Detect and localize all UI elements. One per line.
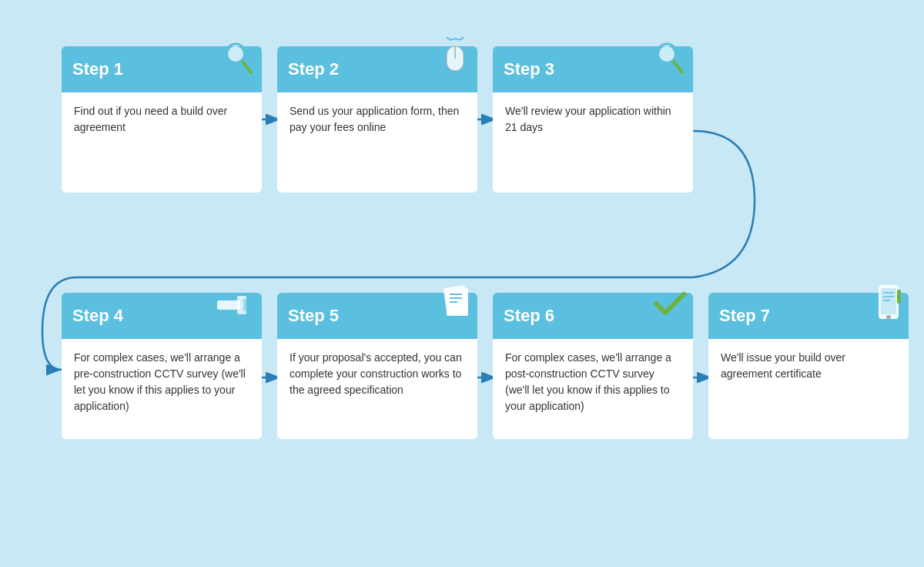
step5-title: Step 5 [288,306,339,326]
step5-desc: If your proposal's accepted, you can com… [290,350,465,398]
step2-title: Step 2 [288,59,339,79]
step4-title: Step 4 [72,306,123,326]
svg-rect-19 [243,299,254,305]
svg-point-14 [659,46,675,62]
step1-header: Step 1 [62,46,262,92]
step7-block: Step 7 We'll [708,293,909,439]
step5-icon [440,282,471,325]
step6-header: Step 6 [493,293,693,339]
step7-title: Step 7 [719,306,770,326]
step3-body: We'll review your application within 21 … [493,92,693,193]
step4-header: Step 4 [62,293,262,339]
row2: Step 4 For complex cases, we'll arrange … [62,293,924,439]
step2-body: Send us your application form, then pay … [277,92,477,193]
step5-block: Step 5 If your proposal's accepted, you … [277,293,477,439]
step4-desc: For complex cases, we'll arrange a pre-c… [74,350,249,414]
step7-icon [875,284,902,328]
diagram: Step 1 Find out if you need a build over… [0,0,924,567]
step3-desc: We'll review your application within 21 … [505,103,681,136]
step1-body: Find out if you need a build over agreem… [62,92,262,193]
step2-desc: Send us your application form, then pay … [290,103,465,136]
svg-point-28 [886,315,891,320]
step6-desc: For complex cases, we'll arrange a post-… [505,350,681,414]
row1: Step 1 Find out if you need a build over… [62,46,708,193]
step6-block: Step 6 For complex cases, we'll arrange … [493,293,693,439]
step1-icon [222,40,254,80]
step6-body: For complex cases, we'll arrange a post-… [493,339,693,439]
svg-rect-27 [881,288,896,314]
step3-header: Step 3 [493,46,693,92]
step1-title: Step 1 [72,59,123,79]
step1-desc: Find out if you need a build over agreem… [74,103,249,136]
step7-header: Step 7 [708,293,909,339]
svg-rect-16 [217,300,240,310]
step6-icon [651,288,688,324]
step3-icon [653,40,685,80]
step3-title: Step 3 [504,59,554,79]
step7-body: We'll issue your build over agreement ce… [708,339,909,439]
step1-block: Step 1 Find out if you need a build over… [62,46,262,193]
svg-rect-32 [897,290,901,304]
svg-rect-20 [243,305,254,311]
step4-block: Step 4 For complex cases, we'll arrange … [62,293,262,439]
step5-body: If your proposal's accepted, you can com… [277,339,477,439]
step4-body: For complex cases, we'll arrange a pre-c… [62,339,262,439]
step4-icon [214,288,257,325]
svg-line-15 [674,62,682,72]
step6-title: Step 6 [504,306,554,326]
svg-point-9 [228,46,243,62]
svg-line-10 [243,62,251,72]
step2-block: Step 2 Send us your application form, th… [277,46,477,193]
step2-header: Step 2 [277,46,477,92]
step2-icon [440,37,470,79]
step5-header: Step 5 [277,293,477,339]
step3-block: Step 3 We'll review your application wit… [493,46,693,193]
step7-desc: We'll issue your build over agreement ce… [721,350,896,382]
